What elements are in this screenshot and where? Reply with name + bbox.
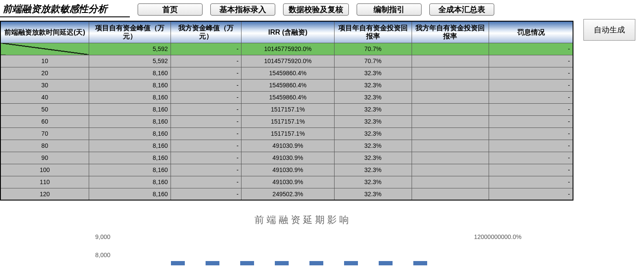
cell[interactable]: 15459860.4% <box>242 91 335 103</box>
cell[interactable]: 32.3% <box>334 91 412 103</box>
cell[interactable]: - <box>489 164 573 176</box>
cell[interactable]: - <box>489 67 573 79</box>
cell[interactable]: - <box>171 67 241 79</box>
cell[interactable]: 90 <box>0 152 89 164</box>
cell[interactable]: 80 <box>0 140 89 152</box>
cell[interactable] <box>0 43 89 55</box>
table-row[interactable]: 5,592-10145775920.0%70.7%- <box>0 43 573 55</box>
table-row[interactable]: 808,160-491030.9%32.3%- <box>0 140 573 152</box>
cell[interactable]: - <box>171 140 241 152</box>
table-row[interactable]: 908,160-491030.9%32.3%- <box>0 152 573 164</box>
cell[interactable]: - <box>171 115 241 127</box>
cell[interactable]: - <box>171 43 241 55</box>
cell[interactable]: - <box>489 103 573 115</box>
cell[interactable]: - <box>171 91 241 103</box>
cell[interactable] <box>412 152 489 164</box>
auto-generate-button[interactable]: 自动生成 <box>583 19 635 41</box>
cell[interactable]: 491030.9% <box>242 140 335 152</box>
cell[interactable]: - <box>489 188 573 200</box>
cell[interactable]: 32.3% <box>334 176 412 188</box>
cell[interactable]: 70.7% <box>334 55 412 67</box>
cell[interactable]: 8,160 <box>89 67 171 79</box>
cell[interactable]: - <box>489 91 573 103</box>
cell[interactable]: 8,160 <box>89 176 171 188</box>
cell[interactable]: - <box>171 103 241 115</box>
cell[interactable]: - <box>489 55 573 67</box>
cell[interactable]: - <box>171 55 241 67</box>
cell[interactable]: 32.3% <box>334 152 412 164</box>
cell[interactable]: - <box>171 164 241 176</box>
table-row[interactable]: 208,160-15459860.4%32.3%- <box>0 67 573 79</box>
table-row[interactable]: 308,160-15459860.4%32.3%- <box>0 79 573 91</box>
cell[interactable]: 32.3% <box>334 188 412 200</box>
cell[interactable]: - <box>171 127 241 140</box>
cell[interactable]: 8,160 <box>89 164 171 176</box>
cell[interactable]: 70.7% <box>334 43 412 55</box>
cell[interactable]: 32.3% <box>334 127 412 140</box>
cell[interactable] <box>412 140 489 152</box>
cell[interactable]: 1517157.1% <box>242 115 335 127</box>
table-row[interactable]: 608,160-1517157.1%32.3%- <box>0 115 573 127</box>
cell[interactable]: 70 <box>0 127 89 140</box>
cell[interactable]: 10 <box>0 55 89 67</box>
table-row[interactable]: 708,160-1517157.1%32.3%- <box>0 127 573 140</box>
cell[interactable]: 8,160 <box>89 188 171 200</box>
cell[interactable]: 8,160 <box>89 115 171 127</box>
nav-validate-button[interactable]: 数据校验及复核 <box>283 3 349 16</box>
cell[interactable]: 8,160 <box>89 91 171 103</box>
cell[interactable]: 32.3% <box>334 103 412 115</box>
nav-home-button[interactable]: 首页 <box>138 3 203 16</box>
cell[interactable] <box>412 164 489 176</box>
cell[interactable]: - <box>489 43 573 55</box>
cell[interactable]: 50 <box>0 103 89 115</box>
cell[interactable]: 491030.9% <box>242 164 335 176</box>
cell[interactable] <box>412 115 489 127</box>
cell[interactable]: 15459860.4% <box>242 79 335 91</box>
cell[interactable]: 60 <box>0 115 89 127</box>
table-row[interactable]: 1108,160-491030.9%32.3%- <box>0 176 573 188</box>
cell[interactable] <box>412 103 489 115</box>
cell[interactable]: 100 <box>0 164 89 176</box>
table-row[interactable]: 408,160-15459860.4%32.3%- <box>0 91 573 103</box>
cell[interactable]: 32.3% <box>334 140 412 152</box>
cell[interactable]: - <box>171 176 241 188</box>
table-row[interactable]: 1208,160-249502.3%32.3%- <box>0 188 573 200</box>
cell[interactable]: 40 <box>0 91 89 103</box>
cell[interactable] <box>412 176 489 188</box>
cell[interactable]: 1517157.1% <box>242 103 335 115</box>
cell[interactable]: 15459860.4% <box>242 67 335 79</box>
cell[interactable]: - <box>489 127 573 140</box>
cell[interactable]: 32.3% <box>334 164 412 176</box>
cell[interactable]: 8,160 <box>89 140 171 152</box>
cell[interactable]: 32.3% <box>334 67 412 79</box>
cell[interactable]: - <box>489 140 573 152</box>
cell[interactable]: 5,592 <box>89 55 171 67</box>
cell[interactable]: 120 <box>0 188 89 200</box>
cell[interactable]: 5,592 <box>89 43 171 55</box>
cell[interactable]: 10145775920.0% <box>242 55 335 67</box>
cell[interactable]: - <box>489 176 573 188</box>
cell[interactable]: 1517157.1% <box>242 127 335 140</box>
cell[interactable] <box>412 55 489 67</box>
cell[interactable]: 8,160 <box>89 79 171 91</box>
cell[interactable]: 110 <box>0 176 89 188</box>
cell[interactable] <box>412 43 489 55</box>
cell[interactable]: 20 <box>0 67 89 79</box>
cell[interactable] <box>412 67 489 79</box>
nav-summary-button[interactable]: 全成本汇总表 <box>429 3 494 16</box>
cell[interactable]: 10145775920.0% <box>242 43 335 55</box>
nav-guide-button[interactable]: 编制指引 <box>357 3 422 16</box>
cell[interactable]: 30 <box>0 79 89 91</box>
cell[interactable]: 8,160 <box>89 127 171 140</box>
cell[interactable]: - <box>171 79 241 91</box>
cell[interactable]: - <box>171 188 241 200</box>
cell[interactable] <box>412 188 489 200</box>
cell[interactable]: - <box>489 115 573 127</box>
cell[interactable]: - <box>489 79 573 91</box>
cell[interactable]: 491030.9% <box>242 152 335 164</box>
cell[interactable]: 32.3% <box>334 115 412 127</box>
cell[interactable]: 8,160 <box>89 103 171 115</box>
cell[interactable]: 491030.9% <box>242 176 335 188</box>
table-row[interactable]: 1008,160-491030.9%32.3%- <box>0 164 573 176</box>
cell[interactable]: 249502.3% <box>242 188 335 200</box>
